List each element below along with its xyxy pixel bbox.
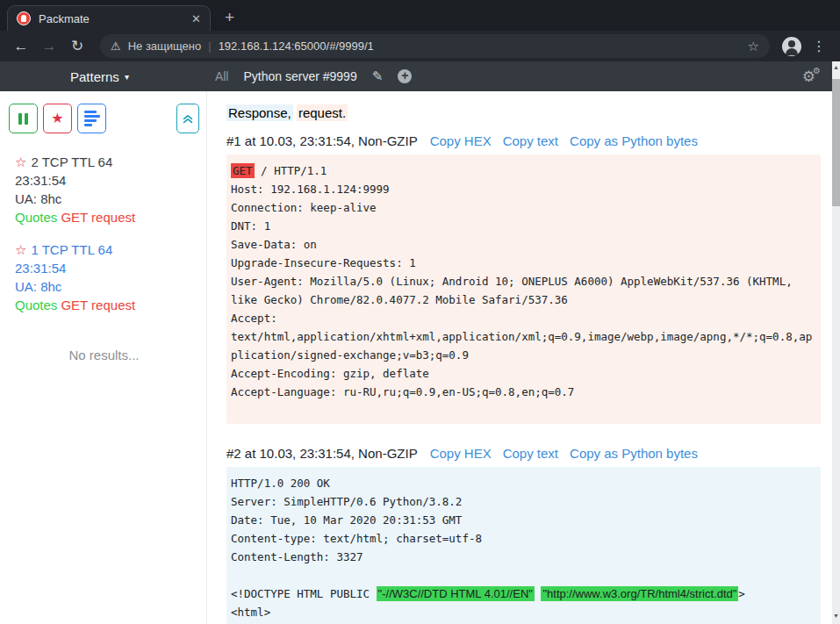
back-icon[interactable]: ←	[11, 38, 32, 55]
bookmark-star-icon[interactable]: ☆	[748, 39, 759, 54]
forward-icon[interactable]: →	[39, 38, 60, 55]
nav-item-all[interactable]: All	[215, 69, 229, 83]
stream-title-line: ☆1 TCP TTL 64	[15, 240, 199, 259]
highlight-request: request.	[297, 104, 348, 121]
stream-patterns: QuotesGET request	[15, 296, 199, 314]
list-options-button[interactable]	[77, 104, 106, 133]
star-icon: ★	[51, 111, 63, 126]
tab-close-icon[interactable]: ✕	[191, 12, 201, 25]
patterns-dropdown[interactable]: Patterns ▾	[70, 69, 129, 84]
packet-actions: Copy HEXCopy textCopy as Python bytes	[430, 133, 698, 148]
copy-action-link[interactable]: Copy HEX	[430, 133, 492, 148]
copy-action-link[interactable]: Copy HEX	[430, 446, 492, 461]
patterns-label: Patterns	[70, 69, 119, 84]
scroll-up-icon[interactable]: ▲	[833, 61, 839, 74]
stream-title: 1 TCP TTL 64	[31, 242, 112, 257]
packet-body: GET / HTTP/1.1 Host: 192.168.1.124:9999 …	[226, 154, 821, 424]
copy-action-link[interactable]: Copy text	[503, 446, 558, 461]
edit-icon[interactable]: ✎	[372, 68, 384, 84]
packet: #2 at 10.03, 23:31:54, Non-GZIP Copy HEX…	[226, 446, 821, 624]
stream-content: Response, request. #1 at 10.03, 23:31:54…	[207, 91, 840, 624]
packet-actions: Copy HEXCopy textCopy as Python bytes	[430, 446, 698, 461]
chevron-down-icon: ▾	[125, 72, 129, 82]
stream-time: 23:31:54	[15, 259, 199, 277]
stream-time: 23:31:54	[15, 171, 199, 190]
no-results-label: No results...	[9, 348, 199, 362]
stream-star-icon[interactable]: ☆	[15, 242, 26, 257]
packet-header-label: #2 at 10.03, 23:31:54, Non-GZIP	[226, 446, 418, 461]
stream-pattern-tag: Quotes	[15, 298, 57, 312]
stream-list-item[interactable]: ☆1 TCP TTL 64 23:31:54 UA: 8hc QuotesGET…	[9, 240, 199, 328]
intro-line: Response, request.	[226, 105, 821, 120]
reload-icon[interactable]: ↻	[67, 37, 88, 55]
collapse-button[interactable]	[176, 104, 199, 133]
scroll-down-icon[interactable]: ▼	[833, 610, 839, 622]
scrollbar[interactable]: ▲ ▼	[832, 61, 840, 624]
nav-item-service[interactable]: Python server #9999	[243, 69, 356, 83]
scrollbar-thumb[interactable]	[832, 79, 840, 206]
app-navbar: Patterns ▾ All Python server #9999 ✎ + ⚙…	[0, 61, 840, 91]
copy-action-link[interactable]: Copy text	[503, 133, 558, 148]
packet-header-label: #1 at 10.03, 23:31:54, Non-GZIP	[226, 133, 418, 148]
stream-sidebar: ★ ☆2 TCP TTL 64 23:31:54 UA: 8hc QuotesG…	[0, 91, 207, 624]
browser-menu-icon[interactable]: ⋮	[808, 38, 829, 54]
stream-ua: UA: 8hc	[15, 277, 199, 296]
stream-star-icon[interactable]: ☆	[15, 154, 26, 169]
favorites-filter-button[interactable]: ★	[43, 104, 72, 133]
copy-action-link[interactable]: Copy as Python bytes	[570, 446, 698, 461]
packet-list: #1 at 10.03, 23:31:54, Non-GZIP Copy HEX…	[226, 133, 821, 624]
highlight-red: GET	[231, 163, 255, 178]
stream-title-line: ☆2 TCP TTL 64	[15, 153, 199, 171]
packet-header: #2 at 10.03, 23:31:54, Non-GZIP Copy HEX…	[226, 446, 821, 461]
highlight-response: Response,	[226, 104, 293, 121]
settings-icon[interactable]: ⚙ ⚙	[802, 68, 815, 86]
security-label[interactable]: Не защищено	[128, 39, 202, 53]
browser-tab[interactable]: Packmate ✕	[7, 5, 211, 31]
stream-ua: UA: 8hc	[15, 190, 199, 208]
stream-title: 2 TCP TTL 64	[31, 154, 112, 169]
profile-avatar[interactable]	[782, 37, 801, 56]
stream-pattern-tag: GET request	[61, 210, 135, 225]
packet-header: #1 at 10.03, 23:31:54, Non-GZIP Copy HEX…	[226, 133, 821, 148]
url-separator: |	[208, 39, 211, 53]
pause-capture-button[interactable]	[9, 104, 38, 133]
tab-title: Packmate	[39, 12, 183, 25]
browser-tab-bar: Packmate ✕ +	[0, 0, 840, 31]
highlight-green: "-//W3C//DTD HTML 4.01//EN"	[377, 586, 535, 601]
copy-action-link[interactable]: Copy as Python bytes	[570, 133, 698, 148]
browser-toolbar: ← → ↻ ⚠ Не защищено | 192.168.1.124:6500…	[0, 31, 840, 61]
address-bar[interactable]: ⚠ Не защищено | 192.168.1.124:65000/#/99…	[100, 34, 770, 58]
security-warning-icon[interactable]: ⚠	[111, 39, 121, 53]
stream-patterns: QuotesGET request	[15, 208, 199, 226]
stream-pattern-tag: Quotes	[15, 210, 57, 225]
stream-list: ☆2 TCP TTL 64 23:31:54 UA: 8hc QuotesGET…	[9, 153, 199, 328]
highlight-green: "http://www.w3.org/TR/html4/strict.dtd"	[541, 586, 738, 601]
stream-list-item[interactable]: ☆2 TCP TTL 64 23:31:54 UA: 8hc QuotesGET…	[9, 153, 199, 240]
url-text[interactable]: 192.168.1.124:65000/#/9999/1	[219, 39, 741, 53]
packet: #1 at 10.03, 23:31:54, Non-GZIP Copy HEX…	[226, 133, 821, 424]
packmate-favicon	[17, 11, 31, 25]
double-chevron-up-icon	[182, 112, 194, 125]
sidebar-toolbar: ★	[9, 104, 199, 133]
list-icon	[84, 109, 100, 128]
pause-icon	[18, 113, 28, 125]
add-service-icon[interactable]: +	[398, 69, 412, 83]
page-body: ★ ☆2 TCP TTL 64 23:31:54 UA: 8hc QuotesG…	[0, 91, 840, 624]
new-tab-icon[interactable]: +	[225, 8, 234, 27]
packet-body: HTTP/1.0 200 OK Server: SimpleHTTP/0.6 P…	[226, 467, 821, 624]
stream-pattern-tag: GET request	[61, 298, 135, 312]
